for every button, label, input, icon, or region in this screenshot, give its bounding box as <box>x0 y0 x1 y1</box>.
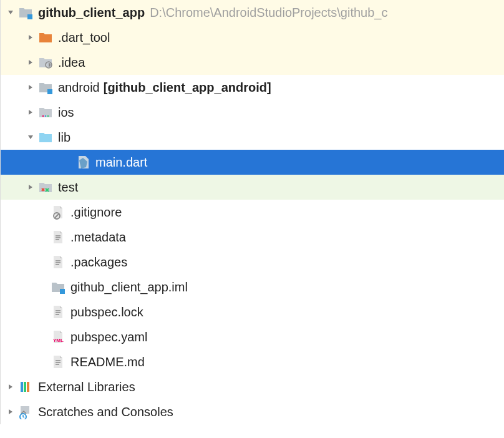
file-label: github_client_app.iml <box>70 280 188 294</box>
svg-rect-14 <box>60 289 65 294</box>
tree-item-main-dart[interactable]: main.dart <box>1 150 504 175</box>
chevron-right-icon[interactable] <box>26 182 36 192</box>
folder-idea-icon <box>38 55 53 70</box>
tree-item-ios[interactable]: ios <box>1 100 504 125</box>
tree-item-readme[interactable]: README.md <box>1 349 504 374</box>
project-name-label: github_client_app <box>38 6 145 20</box>
folder-label: .idea <box>58 56 85 70</box>
module-suffix-label: [github_client_app_android] <box>104 80 271 95</box>
dart-file-icon <box>75 155 90 170</box>
tree-item-external-libraries[interactable]: External Libraries <box>1 374 504 399</box>
tree-item-dart-tool[interactable]: .dart_tool <box>1 25 504 50</box>
svg-rect-23 <box>24 382 26 392</box>
tree-item-gitignore[interactable]: .gitignore <box>1 200 504 225</box>
file-text-icon <box>51 354 65 369</box>
tree-item-android[interactable]: android [github_client_app_android] <box>1 75 504 100</box>
file-label: pubspec.lock <box>70 305 143 319</box>
file-label: .metadata <box>70 230 126 245</box>
svg-rect-0 <box>27 14 32 19</box>
project-path-label: D:\Chrome\AndroidStudioProjects\github_c <box>150 6 387 20</box>
svg-rect-2 <box>47 89 52 94</box>
svg-rect-24 <box>27 382 29 392</box>
folder-module-icon <box>38 80 53 95</box>
folder-label: android <box>58 80 100 95</box>
svg-text:YML: YML <box>53 338 64 343</box>
folder-label: ios <box>58 105 74 120</box>
file-yaml-icon: YML <box>51 329 65 344</box>
chevron-right-icon[interactable] <box>6 382 16 392</box>
tree-item-lib[interactable]: lib <box>1 125 504 150</box>
file-label: README.md <box>70 355 145 369</box>
svg-point-4 <box>45 115 46 117</box>
file-ignore-icon <box>51 205 65 220</box>
tree-item-packages[interactable]: .packages <box>1 250 504 275</box>
file-label: pubspec.yaml <box>70 330 147 344</box>
file-label: .gitignore <box>70 205 122 220</box>
chevron-right-icon[interactable] <box>26 107 36 117</box>
libraries-icon <box>18 379 33 394</box>
svg-point-5 <box>47 115 49 117</box>
folder-module-icon <box>18 5 33 20</box>
tree-item-metadata[interactable]: .metadata <box>1 225 504 250</box>
folder-source-icon <box>38 130 53 145</box>
chevron-right-icon[interactable] <box>6 407 16 417</box>
chevron-down-icon[interactable] <box>6 7 16 17</box>
tree-item-pubspec-lock[interactable]: pubspec.lock <box>1 299 504 324</box>
chevron-right-icon[interactable] <box>26 82 36 92</box>
tree-item-project-root[interactable]: github_client_app D:\Chrome\AndroidStudi… <box>1 0 504 25</box>
svg-point-3 <box>42 115 44 117</box>
chevron-right-icon[interactable] <box>26 57 36 67</box>
tree-item-idea[interactable]: .idea <box>1 50 504 75</box>
folder-excluded-icon <box>38 30 53 45</box>
tree-item-test[interactable]: test <box>1 175 504 200</box>
file-text-icon <box>51 255 65 270</box>
tree-item-scratches[interactable]: Scratches and Consoles <box>1 399 504 424</box>
folder-label: lib <box>58 130 70 145</box>
chevron-right-icon[interactable] <box>26 32 36 42</box>
external-libraries-label: External Libraries <box>38 380 135 394</box>
folder-ios-icon <box>38 105 53 120</box>
tree-item-pubspec-yaml[interactable]: YML pubspec.yaml <box>1 324 504 349</box>
scratches-icon <box>18 404 33 419</box>
folder-test-icon <box>38 180 53 195</box>
folder-label: test <box>58 180 78 195</box>
file-label: main.dart <box>95 155 147 170</box>
folder-label: .dart_tool <box>58 31 110 45</box>
tree-item-iml[interactable]: github_client_app.iml <box>1 275 504 299</box>
file-text-icon <box>51 304 65 319</box>
scratches-label: Scratches and Consoles <box>38 405 173 419</box>
file-text-icon <box>51 230 65 245</box>
svg-rect-22 <box>21 382 23 392</box>
file-label: .packages <box>70 255 127 270</box>
chevron-down-icon[interactable] <box>26 132 36 142</box>
folder-module-icon <box>51 280 65 294</box>
